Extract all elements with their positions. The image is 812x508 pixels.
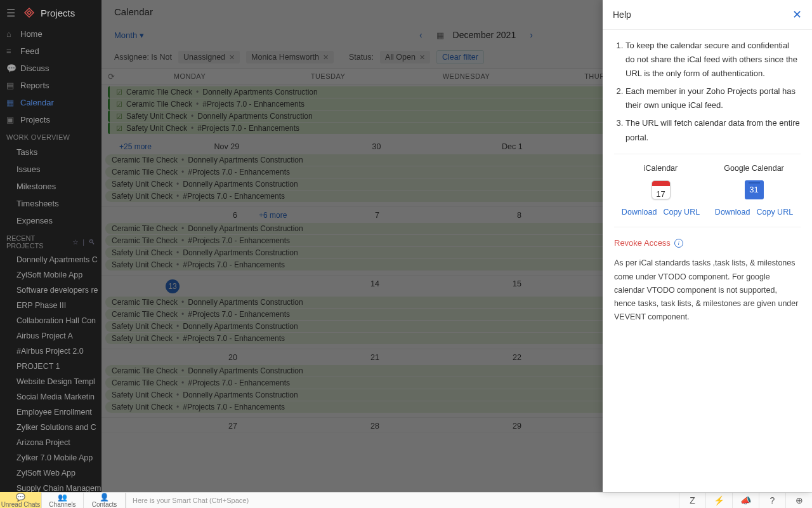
help-title: Help — [613, 10, 631, 20]
more-events-link[interactable]: +25 more — [110, 142, 152, 151]
more-events-link[interactable]: +6 more — [250, 211, 287, 220]
people-icon: 👥 — [42, 493, 83, 501]
help-item: The URL will fetch calendar data from th… — [625, 116, 801, 144]
date-cell[interactable]: 21 — [244, 352, 386, 363]
project-item[interactable]: Arizona Project — [0, 435, 102, 450]
tab-channels[interactable]: 👥Channels — [42, 492, 84, 509]
close-icon[interactable]: ✕ — [229, 53, 235, 62]
date-cell[interactable]: 30 — [246, 141, 387, 152]
tab-unread-chats[interactable]: 💬Unread Chats — [0, 492, 42, 509]
project-item[interactable]: Software developers re — [0, 283, 102, 298]
project-item[interactable]: Donnelly Apartments C — [0, 252, 102, 267]
project-item[interactable]: ERP Phase III — [0, 298, 102, 313]
date-cell[interactable]: +25 moreNov 29 — [102, 141, 246, 152]
info-icon[interactable]: i — [674, 239, 683, 248]
project-item[interactable]: ZylSoft Web App — [0, 465, 102, 481]
project-item[interactable]: ZylSoft Mobile App — [0, 267, 102, 283]
overview-tasks[interactable]: Tasks — [0, 144, 102, 161]
project-item[interactable]: Zylker Solutions and C — [0, 420, 102, 435]
project-item[interactable]: Website Design Templ — [0, 374, 102, 389]
filter-chip-status[interactable]: All Open✕ — [380, 51, 430, 64]
revoke-access-link[interactable]: Revoke Access i — [614, 236, 801, 250]
project-item[interactable]: Employee Enrollment — [0, 404, 102, 420]
view-mode-dropdown[interactable]: Month ▾ — [114, 30, 144, 40]
project-item[interactable]: Airbus Project A — [0, 328, 102, 344]
nav-icon: ▤ — [6, 81, 15, 90]
section-recent-projects: RECENT PROJECTS — [6, 234, 72, 250]
overview-timesheets[interactable]: Timesheets — [0, 195, 102, 212]
announce-icon[interactable]: 📣 — [732, 493, 759, 509]
help-panel: Help ✕ To keep the calendar secure and c… — [603, 0, 812, 492]
nav-calendar[interactable]: ▦Calendar — [0, 94, 102, 111]
date-cell[interactable]: +6 more7 — [244, 210, 386, 221]
zoom-icon[interactable]: ⊕ — [785, 493, 812, 509]
project-item[interactable]: PROJECT 1 — [0, 359, 102, 374]
ical-copy-link[interactable]: Copy URL — [663, 206, 700, 219]
calendar-icon[interactable]: ▦ — [436, 30, 444, 40]
help-item: To keep the calendar secure and confiden… — [625, 39, 801, 81]
logo-icon — [23, 6, 36, 19]
clear-filter-button[interactable]: Clear filter — [436, 50, 484, 64]
date-cell[interactable]: 8 — [386, 210, 528, 221]
project-item[interactable]: Collaboration Hall Con — [0, 313, 102, 328]
project-item[interactable]: #Airbus Project 2.0 — [0, 344, 102, 359]
bottom-bar: 💬Unread Chats 👥Channels 👤Contacts Here i… — [0, 492, 812, 508]
refresh-icon[interactable]: ⟳ — [102, 69, 121, 84]
day-header: WEDNESDAY — [397, 69, 535, 84]
nav-discuss[interactable]: 💬Discuss — [0, 60, 102, 77]
search-icon[interactable]: 🔍︎ — [88, 238, 95, 246]
filter-chip-monica[interactable]: Monica Hemsworth✕ — [246, 51, 334, 64]
project-item[interactable]: Social Media Marketin — [0, 389, 102, 404]
date-cell[interactable]: 15 — [386, 278, 528, 295]
smart-chat-input[interactable]: Here is your Smart Chat (Ctrl+Space) — [126, 493, 679, 508]
date-cell[interactable]: Dec 1 — [387, 141, 528, 152]
star-icon[interactable]: ☆ — [72, 238, 79, 246]
ical-download-link[interactable]: Download — [622, 206, 657, 219]
tab-contacts[interactable]: 👤Contacts — [84, 492, 126, 509]
nav-icon: ▦ — [6, 98, 15, 107]
help-list: To keep the calendar secure and confiden… — [614, 39, 801, 145]
date-cell[interactable]: 28 — [244, 420, 386, 432]
hamburger-icon[interactable]: ☰ — [6, 7, 15, 19]
close-icon[interactable]: ✕ — [419, 53, 425, 62]
next-month-button[interactable]: › — [525, 27, 538, 43]
section-work-overview: WORK OVERVIEW — [0, 128, 102, 144]
overview-issues[interactable]: Issues — [0, 161, 102, 178]
plug-icon[interactable]: ⚡ — [705, 493, 732, 509]
nav-feed[interactable]: ≡Feed — [0, 43, 102, 60]
task-icon: ☑ — [116, 124, 122, 133]
status-filter-label: Status: — [349, 53, 374, 62]
day-header: TUESDAY — [259, 69, 397, 84]
prev-month-button[interactable]: ‹ — [414, 27, 428, 43]
date-cell[interactable]: 22 — [386, 352, 528, 363]
gcal-copy-link[interactable]: Copy URL — [756, 206, 793, 219]
nav-icon: ▣ — [6, 115, 15, 124]
date-cell[interactable]: 20 — [102, 352, 244, 363]
project-item[interactable]: Zylker 7.0 Mobile App — [0, 450, 102, 465]
task-icon: ☑ — [116, 88, 122, 97]
date-cell[interactable]: 29 — [386, 420, 528, 432]
overview-milestones[interactable]: Milestones — [0, 178, 102, 195]
zia-icon[interactable]: Z — [679, 493, 705, 509]
gcal-label: Google Calendar — [707, 162, 801, 175]
day-header: MONDAY — [121, 69, 259, 84]
close-icon[interactable]: ✕ — [323, 53, 329, 62]
date-cell[interactable]: 6 — [102, 210, 244, 221]
nav-reports[interactable]: ▤Reports — [0, 77, 102, 94]
date-cell[interactable]: 27 — [102, 420, 244, 432]
project-item[interactable]: Supply Chain Managem — [0, 481, 102, 492]
gcal-download-link[interactable]: Download — [715, 206, 750, 219]
date-cell[interactable]: 14 — [244, 278, 386, 295]
nav-icon: 💬 — [6, 64, 15, 73]
google-calendar-icon: 31 — [745, 180, 764, 199]
nav-home[interactable]: ⌂Home — [0, 25, 102, 43]
icalendar-option: iCalendar Download Copy URL — [614, 162, 707, 220]
overview-expenses[interactable]: Expenses — [0, 212, 102, 229]
task-icon: ☑ — [116, 100, 122, 109]
help-icon[interactable]: ? — [759, 493, 785, 509]
close-icon[interactable]: ✕ — [792, 8, 802, 22]
date-cell[interactable]: 13 — [102, 278, 244, 295]
nav-projects[interactable]: ▣Projects — [0, 111, 102, 128]
filter-chip-unassigned[interactable]: Unassigned✕ — [178, 51, 240, 64]
person-icon: 👤 — [84, 493, 125, 501]
